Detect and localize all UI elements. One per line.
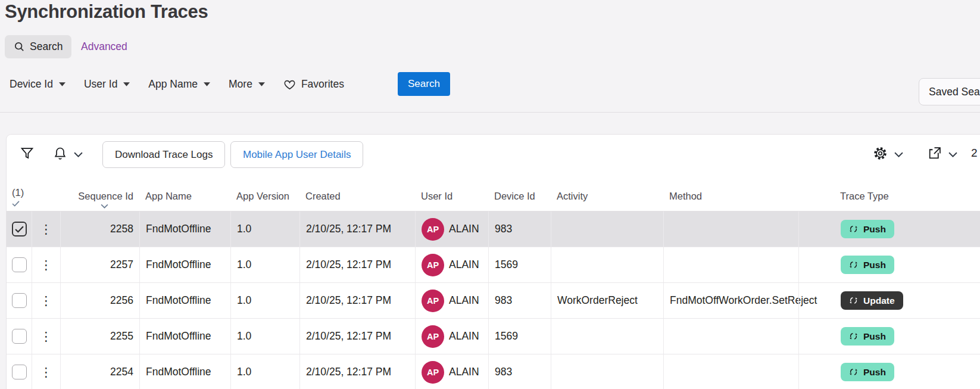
trace-type-badge: Push: [841, 327, 894, 346]
settings-chevron-down-icon[interactable]: [894, 152, 903, 157]
user-avatar: AP: [422, 290, 444, 312]
user-avatar: AP: [422, 325, 444, 348]
row-menu-icon[interactable]: ⋮: [32, 319, 60, 354]
cell-sequence-id: 2254: [60, 354, 139, 389]
column-header-activity[interactable]: Activity: [551, 175, 663, 211]
cell-user-id: APALAIN: [415, 319, 488, 354]
cell-app-version: 1.0: [230, 354, 299, 389]
search-icon: [14, 41, 25, 52]
selected-count: (1): [12, 187, 24, 198]
column-header-app-version[interactable]: App Version: [230, 175, 299, 211]
cell-app-name: FndMotOffline: [139, 354, 230, 389]
favorites-button[interactable]: Favorites: [283, 78, 344, 91]
cell-user-id: APALAIN: [415, 354, 488, 389]
tab-search[interactable]: Search: [5, 35, 71, 58]
row-checkbox[interactable]: [12, 365, 27, 379]
cell-app-name: FndMotOffline: [139, 247, 230, 282]
cell-trace-type: Update: [798, 283, 980, 318]
column-header-sequence-id[interactable]: Sequence Id: [60, 175, 139, 211]
cell-method: [663, 319, 798, 354]
saved-searches-button[interactable]: Saved Searches: [919, 78, 980, 105]
cell-activity: [551, 211, 663, 247]
row-checkbox[interactable]: [12, 293, 27, 308]
table-header-row: (1) Sequence Id App Name App Version Cre…: [7, 175, 980, 211]
table-row[interactable]: ⋮ 2258 FndMotOffline 1.0 2/10/25, 12:17 …: [7, 211, 980, 247]
heart-icon: [283, 79, 296, 90]
user-avatar: AP: [422, 218, 444, 241]
cell-created: 2/10/25, 12:17 PM: [299, 247, 415, 282]
cell-user-id: APALAIN: [415, 247, 488, 282]
row-menu-icon[interactable]: ⋮: [32, 247, 60, 282]
row-menu-icon[interactable]: ⋮: [32, 211, 60, 247]
cell-device-id: 1569: [488, 319, 551, 354]
cell-method: FndMotOffWorkOrder.SetReject: [663, 283, 798, 318]
table-row[interactable]: ⋮ 2255 FndMotOffline 1.0 2/10/25, 12:17 …: [7, 319, 980, 354]
cell-trace-type: Push: [798, 247, 980, 282]
search-submit-button[interactable]: Search: [398, 72, 450, 96]
caret-down-icon: [123, 82, 130, 86]
row-menu-icon[interactable]: ⋮: [32, 283, 60, 318]
filter-dropdown-user-id[interactable]: User Id: [84, 78, 130, 91]
filter-dropdown-label: More: [229, 78, 252, 91]
page-title: Synchronization Traces: [5, 0, 208, 24]
cell-method: [663, 211, 798, 247]
record-count: 2: [971, 147, 978, 160]
filter-bar: Device Id User Id App Name More Favorite…: [10, 73, 344, 95]
export-chevron-down-icon[interactable]: [948, 152, 957, 157]
cell-app-version: 1.0: [230, 283, 299, 318]
export-share-icon[interactable]: [927, 146, 942, 161]
cell-created: 2/10/25, 12:17 PM: [299, 354, 415, 389]
tab-advanced-label: Advanced: [81, 41, 127, 53]
trace-type-badge: Push: [841, 256, 894, 275]
cell-trace-type: Push: [798, 211, 980, 247]
row-checkbox[interactable]: [12, 329, 27, 344]
tab-search-label: Search: [30, 41, 63, 53]
filter-dropdown-device-id[interactable]: Device Id: [10, 78, 65, 91]
alerts-chevron-down-icon[interactable]: [74, 152, 83, 157]
filter-icon[interactable]: [20, 146, 35, 161]
cell-app-version: 1.0: [230, 247, 299, 282]
row-checkbox[interactable]: [12, 222, 27, 236]
download-trace-logs-button[interactable]: Download Trace Logs: [102, 141, 225, 168]
cell-method: [663, 247, 798, 282]
user-avatar: AP: [422, 361, 444, 384]
cell-activity: [551, 319, 663, 354]
cell-app-version: 1.0: [230, 319, 299, 354]
cell-created: 2/10/25, 12:17 PM: [299, 211, 415, 247]
column-header-user-id[interactable]: User Id: [415, 175, 488, 211]
trace-type-badge: Push: [841, 363, 894, 382]
table-row[interactable]: ⋮ 2256 FndMotOffline 1.0 2/10/25, 12:17 …: [7, 283, 980, 319]
filter-dropdown-label: App Name: [148, 78, 198, 91]
column-header-trace-type[interactable]: Trace Type: [798, 175, 980, 211]
column-header-app-name[interactable]: App Name: [139, 175, 230, 211]
column-header-device-id[interactable]: Device Id: [488, 175, 551, 211]
mobile-app-user-details-button[interactable]: Mobile App User Details: [230, 141, 363, 168]
column-header-created[interactable]: Created: [299, 175, 415, 211]
alerts-bell-icon[interactable]: [53, 146, 67, 161]
table-row[interactable]: ⋮ 2254 FndMotOffline 1.0 2/10/25, 12:17 …: [7, 354, 980, 389]
filter-dropdown-more[interactable]: More: [229, 78, 265, 91]
column-header-method[interactable]: Method: [663, 175, 798, 211]
cell-app-name: FndMotOffline: [139, 211, 230, 247]
cell-method: [663, 354, 798, 389]
user-avatar: AP: [422, 254, 444, 276]
cell-created: 2/10/25, 12:17 PM: [299, 319, 415, 354]
cell-sequence-id: 2255: [60, 319, 139, 354]
sync-icon: [849, 225, 858, 234]
cell-device-id: 1569: [488, 247, 551, 282]
row-menu-icon[interactable]: ⋮: [32, 354, 60, 389]
filter-dropdown-app-name[interactable]: App Name: [148, 78, 210, 91]
cell-user-id: APALAIN: [415, 283, 488, 318]
sync-icon: [849, 332, 858, 341]
select-all-header[interactable]: (1): [7, 175, 32, 211]
sort-desc-icon: [101, 204, 108, 208]
row-checkbox[interactable]: [12, 257, 27, 272]
traces-table-card: Download Trace Logs Mobile App User Deta…: [6, 134, 980, 389]
settings-gear-icon[interactable]: [873, 146, 888, 161]
caret-down-icon: [204, 82, 210, 86]
cell-device-id: 983: [488, 283, 551, 318]
tab-advanced[interactable]: Advanced: [81, 35, 127, 58]
cell-app-name: FndMotOffline: [139, 319, 230, 354]
cell-sequence-id: 2257: [60, 247, 139, 282]
table-row[interactable]: ⋮ 2257 FndMotOffline 1.0 2/10/25, 12:17 …: [7, 247, 980, 283]
